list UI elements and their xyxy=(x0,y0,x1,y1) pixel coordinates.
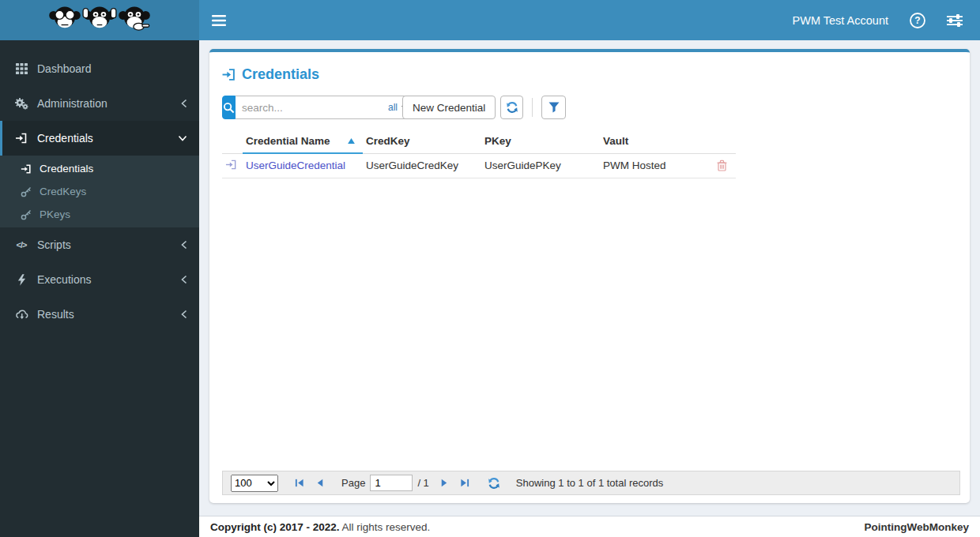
sidebar-item-label: Administration xyxy=(37,97,107,110)
sidebar-subitem-label: Credentials xyxy=(40,163,93,175)
search-box: all xyxy=(236,96,415,119)
search-button[interactable] xyxy=(222,96,236,119)
settings-button[interactable] xyxy=(947,14,963,27)
brand-name: PointingWebMonkey xyxy=(864,521,969,533)
pager-status: Showing 1 to 1 of 1 total records xyxy=(516,477,663,489)
chevron-left-icon xyxy=(181,310,187,319)
refresh-icon xyxy=(488,477,500,490)
search-group: all xyxy=(222,96,398,119)
sidebar-subitem-label: PKeys xyxy=(40,208,70,220)
sidebar-item-results[interactable]: Results xyxy=(0,297,199,332)
chevron-left-icon xyxy=(181,275,187,284)
pagination-bar: 100 Page / 1 xyxy=(222,471,960,495)
column-header-icon xyxy=(222,130,243,153)
bars-icon xyxy=(212,15,226,26)
sidebar-item-scripts[interactable]: </> Scripts xyxy=(0,227,199,262)
key-icon xyxy=(19,209,33,220)
pkey-cell: UserGuidePKey xyxy=(481,153,600,178)
sidebar-item-executions[interactable]: Executions xyxy=(0,262,199,297)
sidebar-item-label: Scripts xyxy=(37,238,71,251)
content-spacer xyxy=(222,178,960,471)
first-page-icon xyxy=(294,478,305,488)
row-type-cell xyxy=(222,153,243,178)
question-circle-icon: ? xyxy=(909,12,926,29)
credential-name-cell: UserGuideCredential xyxy=(243,153,363,178)
sort-asc-icon xyxy=(348,138,355,144)
account-menu[interactable]: PWM Test Account xyxy=(793,14,888,27)
delete-button[interactable] xyxy=(717,160,733,171)
credential-link[interactable]: UserGuideCredential xyxy=(246,160,345,171)
next-page-icon xyxy=(439,478,450,488)
column-header-actions xyxy=(714,130,736,153)
key-icon xyxy=(19,186,33,197)
column-header-credkey[interactable]: CredKey xyxy=(363,130,481,153)
search-icon xyxy=(223,102,235,114)
chevron-left-icon xyxy=(181,240,187,250)
column-header-credential-name[interactable]: Credential Name xyxy=(243,130,363,153)
refresh-button[interactable] xyxy=(500,96,523,119)
new-credential-button[interactable]: New Credential xyxy=(402,96,496,119)
grid-icon xyxy=(13,63,30,74)
sidebar-subitem-label: CredKeys xyxy=(40,186,86,197)
credentials-submenu: Credentials CredKeys xyxy=(0,156,199,227)
refresh-icon xyxy=(506,101,518,114)
page-title-text: Credentials xyxy=(242,66,319,83)
table-row: UserGuideCredential UserGuideCredKey Use… xyxy=(222,153,736,178)
sidebar-item-label: Results xyxy=(37,308,74,321)
trash-icon xyxy=(717,160,727,171)
help-button[interactable]: ? xyxy=(909,12,926,29)
sidebar-item-label: Dashboard xyxy=(37,62,92,75)
main-content: Credentials all New xyxy=(199,40,980,516)
code-icon: </> xyxy=(13,240,30,250)
bolt-icon xyxy=(13,274,30,286)
copyright-text: Copyright (c) 2017 - 2022. All rights re… xyxy=(210,521,430,533)
sidebar-subitem-credkeys[interactable]: CredKeys xyxy=(0,180,199,203)
sidebar-item-administration[interactable]: Administration xyxy=(0,86,199,121)
page-size-select[interactable]: 100 xyxy=(231,475,278,492)
search-scope-dropdown[interactable]: all xyxy=(388,102,398,113)
navbar-right: PWM Test Account ? xyxy=(793,12,980,29)
page-number-input[interactable] xyxy=(370,475,413,491)
filter-icon xyxy=(548,102,560,113)
sliders-icon xyxy=(947,14,963,27)
filter-button[interactable] xyxy=(541,96,566,119)
prev-page-button[interactable] xyxy=(310,478,330,488)
sidebar-item-dashboard[interactable]: Dashboard xyxy=(0,51,199,86)
sidebar-item-label: Credentials xyxy=(37,132,93,145)
column-header-pkey[interactable]: PKey xyxy=(481,130,600,153)
vault-cell: PWM Hosted xyxy=(600,153,714,178)
next-page-button[interactable] xyxy=(434,478,454,488)
three-monkeys-logo-icon xyxy=(32,3,167,38)
cloud-download-icon xyxy=(13,309,30,320)
pager-refresh-button[interactable] xyxy=(483,477,505,490)
sidebar-subitem-credentials[interactable]: Credentials xyxy=(0,157,199,180)
chevron-down-icon xyxy=(178,135,187,141)
column-header-vault[interactable]: Vault xyxy=(600,130,714,153)
svg-text:?: ? xyxy=(914,15,920,26)
page-title: Credentials xyxy=(222,66,960,83)
last-page-icon xyxy=(459,478,470,488)
sign-in-icon xyxy=(19,163,33,175)
sidebar-nav: Dashboard A xyxy=(0,40,199,537)
sidebar-item-credentials[interactable]: Credentials xyxy=(0,121,199,156)
app-logo xyxy=(0,0,199,40)
search-input[interactable] xyxy=(236,102,388,114)
last-page-button[interactable] xyxy=(454,478,475,488)
toolbar-divider xyxy=(532,98,533,117)
total-pages: / 1 xyxy=(417,477,428,489)
credentials-panel: Credentials all New xyxy=(209,49,970,503)
sign-in-icon xyxy=(222,68,236,81)
sidebar-item-label: Executions xyxy=(37,273,91,286)
page-footer: Copyright (c) 2017 - 2022. All rights re… xyxy=(199,516,980,537)
sidebar-subitem-pkeys[interactable]: PKeys xyxy=(0,203,199,226)
sidebar-toggle-button[interactable] xyxy=(199,0,239,40)
credentials-table: Credential Name CredKey PKey Vault xyxy=(222,130,736,178)
page-label: Page xyxy=(341,477,365,489)
gears-icon xyxy=(13,97,30,110)
first-page-button[interactable] xyxy=(289,478,310,488)
sign-in-icon xyxy=(225,159,237,171)
prev-page-icon xyxy=(315,478,326,488)
credkey-cell: UserGuideCredKey xyxy=(363,153,481,178)
top-navbar: PWM Test Account ? xyxy=(199,0,980,40)
sign-in-icon xyxy=(13,132,30,145)
